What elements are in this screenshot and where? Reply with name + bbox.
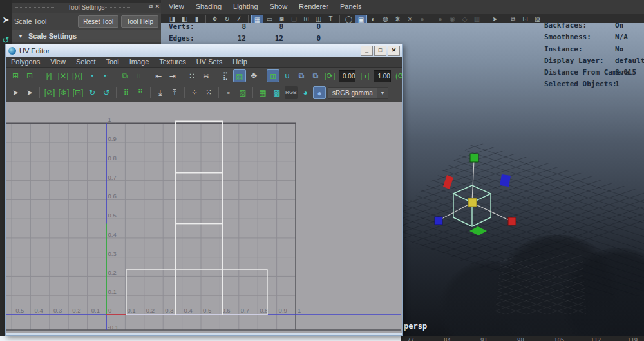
two-d-pan-zoom-icon[interactable]: ↻: [221, 15, 233, 23]
align-u-max-icon[interactable]: ⇥: [166, 69, 179, 82]
safe-title-icon[interactable]: T: [325, 15, 337, 23]
align-u-min-icon[interactable]: ⇤: [152, 69, 165, 82]
depth-peeling-icon[interactable]: ▥: [471, 15, 483, 23]
snap-bottom-icon[interactable]: ⤓: [154, 86, 167, 99]
snap-top-icon[interactable]: ⤒: [168, 86, 181, 99]
grid-toggle-icon[interactable]: ▦: [251, 15, 263, 23]
flip-v-icon[interactable]: [✕]: [57, 69, 70, 82]
collapse-arrow-icon[interactable]: ▼: [18, 33, 23, 39]
flip-u-icon[interactable]: [∕]: [43, 69, 55, 82]
partial-edge-icon[interactable]: (⟳: [393, 69, 402, 82]
shadows-icon[interactable]: ●: [416, 15, 428, 23]
safe-action-icon[interactable]: ◫: [312, 15, 325, 23]
panel-menu-shading[interactable]: Shading: [196, 3, 222, 10]
display-image-icon[interactable]: ▨: [233, 69, 246, 82]
alpha-channel-icon[interactable]: ◕: [299, 86, 312, 99]
panel-menu-lighting[interactable]: Lighting: [233, 3, 258, 10]
isolate-select-uv-icon[interactable]: ⣏: [219, 69, 232, 82]
paste-uvs-icon[interactable]: ⧉: [309, 69, 322, 82]
uv-select-icon[interactable]: ➤: [9, 86, 22, 99]
gamma-field[interactable]: 1.00: [374, 70, 390, 82]
panel-menu-show[interactable]: Show: [270, 3, 288, 10]
image-plane-icon[interactable]: ✥: [209, 15, 221, 23]
panel-grip[interactable]: [100, 7, 131, 10]
exposure-field[interactable]: 0.00: [339, 70, 355, 82]
gate-mask-icon[interactable]: ▢: [288, 15, 300, 23]
tool-help-button[interactable]: Tool Help: [121, 15, 158, 28]
dim-image-icon[interactable]: ●: [313, 86, 326, 99]
uv-menu-image[interactable]: Image: [129, 58, 149, 66]
move-uv-shell-icon[interactable]: ⊡: [23, 69, 36, 82]
float-panel-icon[interactable]: ⧉: [149, 3, 153, 10]
scale-settings-section[interactable]: ▼ Scale Settings: [12, 30, 161, 42]
rotate-ccw-icon[interactable]: ◔: [85, 69, 98, 82]
distribute-u-icon[interactable]: ∷: [185, 69, 198, 82]
panel-menu-panels[interactable]: Panels: [340, 3, 362, 10]
smooth-shade-icon[interactable]: ▣: [355, 15, 367, 23]
wireframe-icon[interactable]: ◯: [343, 15, 355, 23]
panel-grip[interactable]: [15, 7, 54, 10]
oblique-icon[interactable]: ∠: [233, 15, 245, 23]
uv-menu-polygons[interactable]: Polygons: [11, 58, 40, 66]
pane-layout-icon[interactable]: ⧉: [507, 15, 519, 23]
film-gate-icon[interactable]: ▭: [263, 15, 276, 23]
image-ratio-icon[interactable]: ▨: [236, 86, 249, 99]
unfold-ccw-icon[interactable]: ↻: [86, 86, 99, 99]
textured-icon[interactable]: ◍: [379, 15, 392, 23]
field-chart-icon[interactable]: ⊞: [300, 15, 312, 23]
flat-shade-icon[interactable]: ◐: [367, 15, 379, 23]
grid-uvs-icon[interactable]: ⌗: [133, 69, 146, 82]
panel-menu-view[interactable]: View: [169, 3, 184, 10]
chevron-down-icon[interactable]: ▼: [377, 88, 388, 98]
maximize-button[interactable]: □: [374, 46, 386, 56]
split-uvs-icon[interactable]: [❄]: [57, 86, 70, 99]
unfold-uvs-icon[interactable]: ⠿: [120, 86, 133, 99]
close-button[interactable]: ✕: [388, 46, 400, 56]
exposure-icon[interactable]: [⟳]: [323, 69, 336, 82]
sew-uv-edges-icon[interactable]: [⊡]: [71, 86, 84, 99]
pane-single-icon[interactable]: ⊡: [519, 15, 531, 23]
uv-lattice-icon[interactable]: ⊞: [9, 69, 22, 82]
match-uvs-icon[interactable]: ⁘: [188, 86, 201, 99]
expand-image-icon[interactable]: ✥: [247, 69, 260, 82]
time-slider[interactable]: 77849198105112119: [401, 336, 644, 341]
rotate-uv-icon[interactable]: [⟩⟨]: [71, 69, 84, 82]
resolution-gate-icon[interactable]: ◙: [276, 15, 288, 23]
colorspace-dropdown[interactable]: sRGB gamma▼: [328, 87, 388, 99]
pane-image-icon[interactable]: ▨: [531, 15, 544, 23]
uv-shell-select-icon[interactable]: ➤: [23, 86, 36, 99]
layout-uvs-icon[interactable]: ⧉: [118, 69, 131, 82]
uv-grid-toggle-icon[interactable]: ▦: [256, 86, 269, 99]
default-lighting-icon[interactable]: ☀: [404, 15, 416, 23]
uv-editor-canvas[interactable]: -0.5-0.4-0.3-0.2-0.100.10.20.30.40.50.60…: [6, 102, 402, 333]
checker-map-icon[interactable]: ▩: [270, 86, 283, 99]
distribute-v-icon[interactable]: ∺: [200, 69, 213, 82]
close-panel-icon[interactable]: ✕: [155, 3, 160, 10]
rotate-cw-icon[interactable]: ◔: [99, 69, 112, 82]
panel-menu-renderer[interactable]: Renderer: [299, 3, 328, 10]
unfold-cw-icon[interactable]: ↺: [100, 86, 113, 99]
gamma-icon[interactable]: [◑]: [358, 69, 371, 82]
uv-menu-help[interactable]: Help: [232, 58, 247, 66]
pixel-snap-icon[interactable]: ⊞: [267, 69, 279, 82]
relax-uvs-icon[interactable]: ⠛: [134, 86, 147, 99]
rgb-channels-icon[interactable]: RGB: [285, 86, 298, 99]
occlusion-icon[interactable]: ●: [434, 15, 446, 23]
use-all-lights-icon[interactable]: ❋: [392, 15, 404, 23]
spread-uvs-icon[interactable]: ⁙: [202, 86, 215, 99]
uv-menu-textures[interactable]: Textures: [159, 58, 186, 66]
multisample-icon[interactable]: ◇: [459, 15, 471, 23]
camera-attributes-icon[interactable]: ◧: [178, 15, 191, 23]
motion-blur-icon[interactable]: ◉: [446, 15, 459, 23]
shrink-square-icon[interactable]: ▫: [222, 86, 235, 99]
reset-tool-button[interactable]: Reset Tool: [78, 15, 118, 28]
copy-uvs-icon[interactable]: ⧉: [295, 69, 308, 82]
uv-menu-uv-sets[interactable]: UV Sets: [196, 58, 222, 66]
minimize-button[interactable]: _: [361, 46, 373, 56]
bookmark-icon[interactable]: ▮: [191, 15, 203, 23]
cut-uv-edges-icon[interactable]: [⊘]: [43, 86, 56, 99]
uv-menu-tool[interactable]: Tool: [106, 58, 119, 66]
uv-menu-select[interactable]: Select: [76, 58, 96, 66]
uv-editor-titlebar[interactable]: UV Editor _□✕: [6, 44, 402, 57]
isolate-select-icon[interactable]: ➤: [489, 15, 501, 23]
